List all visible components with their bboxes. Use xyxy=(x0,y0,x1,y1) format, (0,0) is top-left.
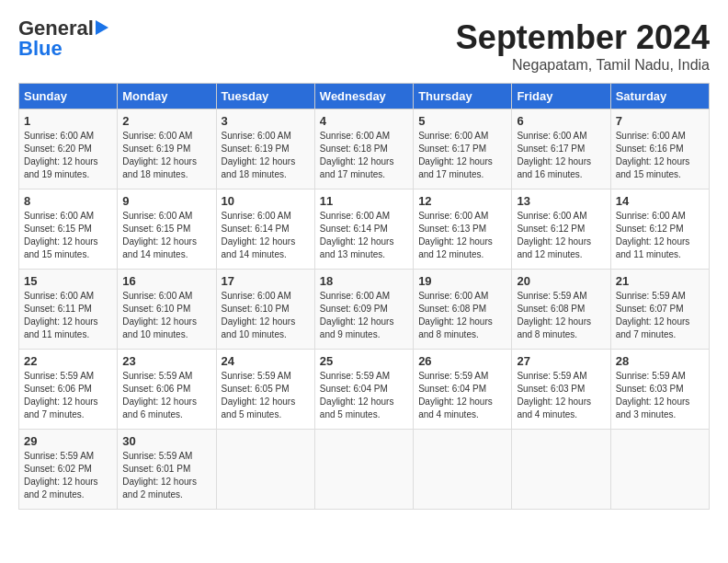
day-info: Sunrise: 6:00 AMSunset: 6:09 PMDaylight:… xyxy=(320,291,394,339)
calendar-header: Sunday Monday Tuesday Wednesday Thursday… xyxy=(19,84,710,109)
day-info: Sunrise: 6:00 AMSunset: 6:19 PMDaylight:… xyxy=(122,131,197,179)
day-number: 28 xyxy=(616,354,704,368)
table-row xyxy=(216,430,314,510)
col-monday: Monday xyxy=(118,84,216,109)
day-info: Sunrise: 5:59 AMSunset: 6:06 PMDaylight:… xyxy=(122,371,197,419)
table-row: 11Sunrise: 6:00 AMSunset: 6:14 PMDayligh… xyxy=(314,190,413,270)
table-row: 29Sunrise: 5:59 AMSunset: 6:02 PMDayligh… xyxy=(19,430,118,510)
table-row: 22Sunrise: 5:59 AMSunset: 6:06 PMDayligh… xyxy=(19,350,118,430)
day-number: 20 xyxy=(517,274,605,288)
day-number: 9 xyxy=(122,194,210,208)
week-row-3: 22Sunrise: 5:59 AMSunset: 6:06 PMDayligh… xyxy=(19,350,710,430)
month-title: September 2024 xyxy=(456,18,710,57)
table-row: 25Sunrise: 5:59 AMSunset: 6:04 PMDayligh… xyxy=(314,350,413,430)
week-row-4: 29Sunrise: 5:59 AMSunset: 6:02 PMDayligh… xyxy=(19,430,710,510)
week-row-0: 1Sunrise: 6:00 AMSunset: 6:20 PMDaylight… xyxy=(19,109,710,190)
day-number: 12 xyxy=(418,194,506,208)
day-number: 26 xyxy=(418,354,506,368)
day-info: Sunrise: 6:00 AMSunset: 6:12 PMDaylight:… xyxy=(517,211,591,259)
location: Negapatam, Tamil Nadu, India xyxy=(456,57,710,74)
day-number: 24 xyxy=(222,354,310,368)
table-row: 21Sunrise: 5:59 AMSunset: 6:07 PMDayligh… xyxy=(610,270,709,350)
day-number: 18 xyxy=(320,274,408,288)
day-number: 27 xyxy=(517,354,605,368)
table-row: 3Sunrise: 6:00 AMSunset: 6:19 PMDaylight… xyxy=(216,109,314,190)
col-saturday: Saturday xyxy=(610,84,709,109)
day-number: 14 xyxy=(616,194,704,208)
col-tuesday: Tuesday xyxy=(216,84,314,109)
table-row: 13Sunrise: 6:00 AMSunset: 6:12 PMDayligh… xyxy=(512,190,610,270)
day-info: Sunrise: 6:00 AMSunset: 6:19 PMDaylight:… xyxy=(222,131,296,179)
table-row: 18Sunrise: 6:00 AMSunset: 6:09 PMDayligh… xyxy=(314,270,413,350)
logo-blue: Blue xyxy=(18,37,63,60)
table-row: 26Sunrise: 5:59 AMSunset: 6:04 PMDayligh… xyxy=(414,350,512,430)
day-info: Sunrise: 5:59 AMSunset: 6:04 PMDaylight:… xyxy=(320,371,394,419)
table-row: 27Sunrise: 5:59 AMSunset: 6:03 PMDayligh… xyxy=(512,350,610,430)
day-info: Sunrise: 5:59 AMSunset: 6:06 PMDaylight:… xyxy=(24,371,98,419)
day-info: Sunrise: 6:00 AMSunset: 6:10 PMDaylight:… xyxy=(122,291,197,339)
logo: General Blue xyxy=(18,18,108,59)
table-row: 10Sunrise: 6:00 AMSunset: 6:14 PMDayligh… xyxy=(216,190,314,270)
header-row: Sunday Monday Tuesday Wednesday Thursday… xyxy=(19,84,710,109)
week-row-1: 8Sunrise: 6:00 AMSunset: 6:15 PMDaylight… xyxy=(19,190,710,270)
table-row: 2Sunrise: 6:00 AMSunset: 6:19 PMDaylight… xyxy=(118,109,216,190)
day-info: Sunrise: 6:00 AMSunset: 6:15 PMDaylight:… xyxy=(122,211,197,259)
day-number: 30 xyxy=(122,434,210,448)
table-row: 8Sunrise: 6:00 AMSunset: 6:15 PMDaylight… xyxy=(19,190,118,270)
day-number: 19 xyxy=(418,274,506,288)
day-info: Sunrise: 5:59 AMSunset: 6:05 PMDaylight:… xyxy=(222,371,296,419)
day-number: 23 xyxy=(122,354,210,368)
day-info: Sunrise: 6:00 AMSunset: 6:17 PMDaylight:… xyxy=(517,131,591,179)
day-number: 10 xyxy=(222,194,310,208)
day-info: Sunrise: 6:00 AMSunset: 6:11 PMDaylight:… xyxy=(24,291,98,339)
table-row: 14Sunrise: 6:00 AMSunset: 6:12 PMDayligh… xyxy=(610,190,709,270)
title-area: September 2024 Negapatam, Tamil Nadu, In… xyxy=(456,18,710,74)
table-row: 28Sunrise: 5:59 AMSunset: 6:03 PMDayligh… xyxy=(610,350,709,430)
table-row: 7Sunrise: 6:00 AMSunset: 6:16 PMDaylight… xyxy=(610,109,709,190)
day-info: Sunrise: 6:00 AMSunset: 6:14 PMDaylight:… xyxy=(320,211,394,259)
day-info: Sunrise: 6:00 AMSunset: 6:18 PMDaylight:… xyxy=(320,131,394,179)
table-row: 19Sunrise: 6:00 AMSunset: 6:08 PMDayligh… xyxy=(414,270,512,350)
day-info: Sunrise: 6:00 AMSunset: 6:12 PMDaylight:… xyxy=(616,211,690,259)
day-number: 8 xyxy=(24,194,112,208)
day-number: 4 xyxy=(320,114,408,128)
day-info: Sunrise: 5:59 AMSunset: 6:03 PMDaylight:… xyxy=(616,371,690,419)
table-row: 12Sunrise: 6:00 AMSunset: 6:13 PMDayligh… xyxy=(414,190,512,270)
table-row xyxy=(314,430,413,510)
day-info: Sunrise: 5:59 AMSunset: 6:04 PMDaylight:… xyxy=(418,371,493,419)
day-info: Sunrise: 6:00 AMSunset: 6:15 PMDaylight:… xyxy=(24,211,98,259)
week-row-2: 15Sunrise: 6:00 AMSunset: 6:11 PMDayligh… xyxy=(19,270,710,350)
day-info: Sunrise: 5:59 AMSunset: 6:03 PMDaylight:… xyxy=(517,371,591,419)
table-row: 23Sunrise: 5:59 AMSunset: 6:06 PMDayligh… xyxy=(118,350,216,430)
table-row xyxy=(610,430,709,510)
day-number: 6 xyxy=(517,114,605,128)
day-info: Sunrise: 6:00 AMSunset: 6:20 PMDaylight:… xyxy=(24,131,98,179)
day-number: 7 xyxy=(616,114,704,128)
day-info: Sunrise: 6:00 AMSunset: 6:16 PMDaylight:… xyxy=(616,131,690,179)
day-info: Sunrise: 5:59 AMSunset: 6:08 PMDaylight:… xyxy=(517,291,591,339)
day-info: Sunrise: 5:59 AMSunset: 6:01 PMDaylight:… xyxy=(122,451,197,500)
day-number: 1 xyxy=(24,114,112,128)
col-friday: Friday xyxy=(512,84,610,109)
day-number: 22 xyxy=(24,354,112,368)
table-row: 4Sunrise: 6:00 AMSunset: 6:18 PMDaylight… xyxy=(314,109,413,190)
day-info: Sunrise: 5:59 AMSunset: 6:02 PMDaylight:… xyxy=(24,451,98,500)
table-row: 1Sunrise: 6:00 AMSunset: 6:20 PMDaylight… xyxy=(19,109,118,190)
table-row: 15Sunrise: 6:00 AMSunset: 6:11 PMDayligh… xyxy=(19,270,118,350)
day-info: Sunrise: 5:59 AMSunset: 6:07 PMDaylight:… xyxy=(616,291,690,339)
day-number: 25 xyxy=(320,354,408,368)
table-row xyxy=(512,430,610,510)
day-info: Sunrise: 6:00 AMSunset: 6:13 PMDaylight:… xyxy=(418,211,493,259)
col-thursday: Thursday xyxy=(414,84,512,109)
day-number: 29 xyxy=(24,434,112,448)
table-row: 17Sunrise: 6:00 AMSunset: 6:10 PMDayligh… xyxy=(216,270,314,350)
day-info: Sunrise: 6:00 AMSunset: 6:10 PMDaylight:… xyxy=(222,291,296,339)
day-number: 17 xyxy=(222,274,310,288)
col-wednesday: Wednesday xyxy=(314,84,413,109)
header: General Blue September 2024 Negapatam, T… xyxy=(18,18,710,74)
col-sunday: Sunday xyxy=(19,84,118,109)
logo-arrow-icon xyxy=(96,20,108,35)
table-row xyxy=(414,430,512,510)
day-number: 5 xyxy=(418,114,506,128)
day-number: 13 xyxy=(517,194,605,208)
